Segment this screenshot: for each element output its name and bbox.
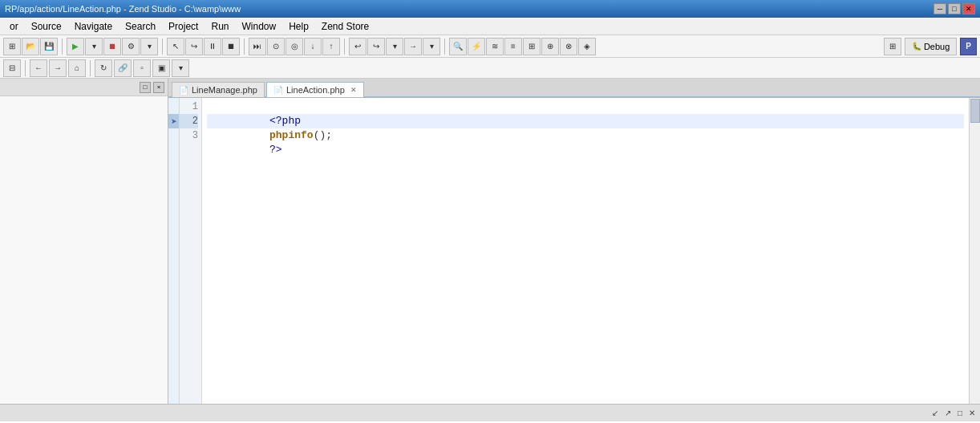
redo-dropdown[interactable]: ▾ [386,38,403,55]
menu-item-search[interactable]: Search [119,19,162,34]
tab-close-btn[interactable]: ✕ [350,86,357,94]
cursor-tool[interactable]: ↖ [167,38,184,55]
scroll-thumb[interactable] [970,99,980,123]
status-close[interactable]: ✕ [969,409,975,417]
skip-all[interactable]: ⏭ [249,38,266,55]
main-toolbar: ⊞ 📂 💾 ▶ ▾ ⏹ ⚙ ▾ ↖ ↪ ⏸ ⏹ ⏭ ⊙ ◎ ↓ ↑ ↩ ↪ ▾ … [0,35,980,58]
status-min-icon: □ [958,409,962,417]
close-button[interactable]: ✕ [962,3,975,14]
code-editor[interactable]: <?php phpinfo(); ?> [202,98,969,404]
expand[interactable]: ⊞ [523,38,541,55]
extras2[interactable]: ⊗ [560,38,577,55]
sep1 [62,39,63,55]
status-icon-1: ↙ [932,409,938,417]
snippet2[interactable]: ≡ [504,38,522,55]
ln-2: 2 [180,114,198,128]
status-item-2: ↗ [945,409,951,417]
vertical-scrollbar[interactable] [969,98,980,404]
perspective-btn[interactable]: ⊞ [884,38,901,55]
undo-btn[interactable]: ↩ [349,38,366,55]
nav-sep2 [90,60,91,76]
menu-item-navigate[interactable]: Navigate [68,19,119,34]
forward-nav-btn[interactable]: → [49,59,67,77]
toolbar-group-5: ↩ ↪ ▾ → ▾ [349,38,440,55]
ln-3: 3 [180,128,198,143]
menu-btn[interactable]: ▾ [172,59,189,77]
toolbar-right-group: ⊞ 🐛 Debug P [884,38,977,55]
menu-item-source[interactable]: Source [25,19,68,34]
run-php[interactable]: ⚡ [468,38,485,55]
ln-1: 1 [180,100,198,114]
php-button[interactable]: P [960,38,977,55]
tab-label-2: LineAction.php [286,85,345,95]
menu-item-help[interactable]: Help [282,19,315,34]
tab-label-1: LineManage.php [192,85,257,95]
new-button[interactable]: ⊞ [3,38,21,55]
build-dropdown[interactable]: ▾ [140,38,158,55]
php-label: P [966,42,971,51]
editor-pane: 📄 LineManage.php 📄 LineAction.php ✕ ➤ 1 [168,79,980,404]
code-line-1: <?php [207,100,964,114]
breakpoint-gutter: ➤ [168,98,180,404]
extras3[interactable]: ◈ [578,38,596,55]
breakpoint-marker: ➤ [171,117,177,125]
minimize-button[interactable]: ─ [933,3,946,14]
php-semicolon: ; [326,129,332,141]
menu-bar: or Source Navigate Search Project Run Wi… [0,18,980,35]
run-button[interactable]: ▶ [67,38,84,55]
maximize-button[interactable]: □ [948,3,961,14]
search-tool[interactable]: 🔍 [449,38,467,55]
toolbar-group-1: ⊞ 📂 💾 [3,38,58,55]
panel-header: □ × [0,79,168,96]
build-button[interactable]: ⚙ [122,38,140,55]
sync-btn[interactable]: ↻ [95,59,112,77]
collapse-panel[interactable]: ⊟ [3,59,21,77]
back-btn[interactable]: ← [30,59,47,77]
nav-toolbar: ⊟ ← → ⌂ ↻ 🔗 ▫ ▣ ▾ [0,58,980,79]
debug-label: Debug [924,42,950,51]
forward-dropdown[interactable]: ▾ [423,38,440,55]
sep5 [444,39,445,55]
stop-button[interactable]: ⏹ [103,38,121,55]
tabs-bar: 📄 LineManage.php 📄 LineAction.php ✕ [168,79,980,98]
pause-btn[interactable]: ⏸ [204,38,221,55]
panel-close[interactable]: × [153,82,164,93]
step-into[interactable]: ↓ [304,38,322,55]
view-mode[interactable]: ▣ [152,59,170,77]
toolbar-group-4: ⏭ ⊙ ◎ ↓ ↑ [249,38,340,55]
run-dropdown[interactable]: ▾ [85,38,103,55]
php-func-name: phpinfo [269,129,314,141]
extras1[interactable]: ⊕ [541,38,559,55]
tab-line-manage[interactable]: 📄 LineManage.php [172,82,265,97]
forward-btn[interactable]: → [404,38,422,55]
toolbar-group-2: ▶ ▾ ⏹ ⚙ ▾ [67,38,158,55]
toolbar-group-3: ↖ ↪ ⏸ ⏹ [167,38,240,55]
step-over[interactable]: ↪ [185,38,203,55]
open-file-btn[interactable]: ▫ [133,59,151,77]
stop-btn2[interactable]: ⏹ [222,38,240,55]
php-close-tag: ?> [269,144,282,156]
home-btn[interactable]: ⌂ [68,59,86,77]
redo-btn[interactable]: ↪ [367,38,385,55]
breakpoints[interactable]: ⊙ [267,38,285,55]
status-item-1: ↙ [932,409,938,417]
menu-item-zend-store[interactable]: Zend Store [315,19,375,34]
debug-button[interactable]: 🐛 Debug [905,38,957,55]
menu-item-project[interactable]: Project [162,19,205,34]
code-line-2: phpinfo(); [207,114,964,128]
snippet1[interactable]: ≋ [486,38,504,55]
panel-minimize[interactable]: □ [140,82,151,93]
menu-item-editor[interactable]: or [3,19,25,34]
status-minimize[interactable]: □ [958,409,962,417]
open-button[interactable]: 📂 [22,38,39,55]
save-button[interactable]: 💾 [40,38,58,55]
menu-item-run[interactable]: Run [205,19,235,34]
menu-item-window[interactable]: Window [235,19,282,34]
line-numbers: 1 2 3 [180,98,202,404]
sep3 [244,39,245,55]
step-out[interactable]: ↑ [322,38,340,55]
toggle[interactable]: ◎ [285,38,303,55]
tab-php-icon-1: 📄 [179,86,188,95]
tab-line-action[interactable]: 📄 LineAction.php ✕ [266,82,364,97]
link-btn[interactable]: 🔗 [114,59,132,77]
